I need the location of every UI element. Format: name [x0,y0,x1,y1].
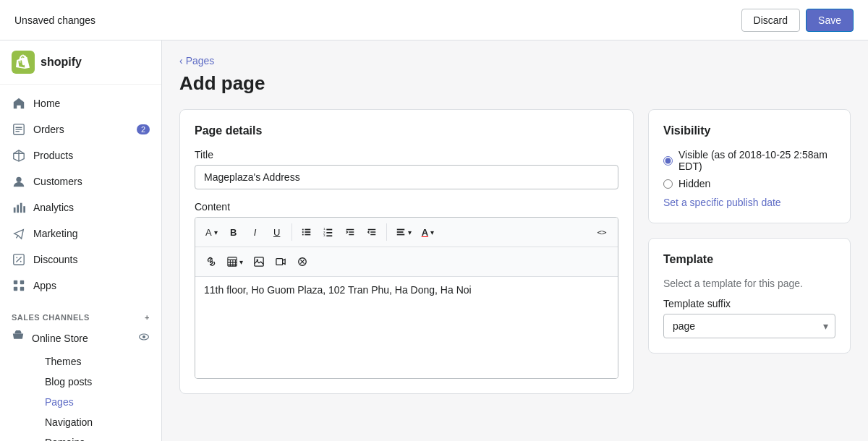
template-suffix-wrapper: page contact faq about ▾ [663,314,835,338]
breadcrumb-label: Pages [186,55,215,67]
online-store-icon [12,330,25,346]
editor-toolbar-row1: A ▾ B I U 1.2.3. [195,218,618,247]
template-suffix-select[interactable]: page contact faq about [663,314,835,338]
underline-button[interactable]: U [267,222,287,242]
sidebar-item-marketing[interactable]: Marketing [0,220,161,247]
sidebar-item-apps-label: Apps [33,280,56,291]
visible-label: Visible (as of 2018-10-25 2:58am EDT) [678,149,835,172]
svg-rect-31 [305,231,310,233]
svg-rect-18 [14,281,17,284]
sub-nav-navigation[interactable]: Navigation [33,412,161,432]
sub-nav: Themes Blog posts Pages Navigation Domai… [0,351,161,441]
editor-container: A ▾ B I U 1.2.3. [195,217,618,379]
indent-button[interactable] [340,222,360,242]
table-button[interactable]: ▾ [223,252,247,272]
hidden-radio[interactable] [663,179,673,189]
remove-format-button[interactable] [292,252,312,272]
page-details-card: Page details Title Content A ▾ B I U [179,109,634,394]
svg-rect-33 [305,234,310,236]
discard-button[interactable]: Discard [741,9,800,32]
hidden-label: Hidden [678,178,710,189]
sidebar-item-home[interactable]: Home [0,90,161,116]
svg-rect-32 [302,234,304,236]
sidebar-item-apps[interactable]: Apps [0,273,161,299]
page-title: Add page [179,72,851,95]
shopify-logo-icon [12,51,35,74]
sub-nav-pages[interactable]: Pages [33,392,161,412]
sidebar-item-products[interactable]: Products [0,142,161,168]
svg-rect-30 [302,231,304,233]
breadcrumb-chevron: ‹ [179,55,183,67]
visible-radio-item[interactable]: Visible (as of 2018-10-25 2:58am EDT) [663,149,835,172]
svg-rect-46 [396,229,404,231]
template-suffix-label: Template suffix [663,298,835,309]
title-input[interactable] [195,165,618,189]
template-card: Template Select a template for this page… [648,238,851,354]
outdent-button[interactable] [362,222,382,242]
right-column: Visibility Visible (as of 2018-10-25 2:5… [648,109,851,394]
editor-toolbar-row2: ▾ [195,247,618,277]
sidebar-item-discounts[interactable]: Discounts [0,247,161,273]
products-icon [12,148,26,163]
marketing-icon [12,226,26,241]
online-store-label: Online Store [32,333,88,344]
template-title: Template [663,253,835,266]
sidebar-item-products-label: Products [33,150,73,161]
sidebar-nav: Home Orders 2 Products [0,85,161,304]
sidebar-item-analytics[interactable]: Analytics [0,194,161,220]
svg-rect-11 [20,203,22,213]
sub-nav-blog-posts[interactable]: Blog posts [33,372,161,392]
sidebar: shopify Home Orders 2 [0,40,162,441]
svg-text:3.: 3. [323,234,326,237]
toolbar-divider-2 [386,223,387,241]
add-sales-channel-icon[interactable]: + [145,313,150,322]
toolbar-divider-1 [292,223,292,241]
topbar-actions: Discard Save [741,9,854,32]
set-date-link[interactable]: Set a specific publish date [663,197,781,208]
unsaved-label: Unsaved changes [14,14,95,26]
font-button[interactable]: A ▾ [201,222,222,242]
card-title: Page details [195,124,618,137]
italic-button[interactable]: I [245,222,265,242]
svg-rect-37 [326,232,332,234]
svg-rect-20 [14,287,17,291]
sub-nav-domains[interactable]: Domains [33,432,161,441]
sidebar-item-home-label: Home [33,98,60,109]
analytics-icon [12,200,26,215]
save-button[interactable]: Save [806,9,854,32]
sidebar-item-customers-label: Customers [33,176,82,187]
svg-rect-28 [302,229,304,231]
visible-radio[interactable] [663,156,673,166]
svg-rect-35 [326,229,332,231]
sidebar-item-discounts-label: Discounts [33,254,77,265]
link-button[interactable] [201,252,221,272]
image-button[interactable] [249,252,269,272]
list-ol-button[interactable]: 1.2.3. [318,222,339,242]
video-button[interactable] [271,252,291,272]
align-button[interactable]: ▾ [391,222,416,242]
svg-rect-47 [396,231,403,233]
content-label: Content [195,201,618,213]
visibility-radio-group: Visible (as of 2018-10-25 2:58am EDT) Hi… [663,149,835,189]
sidebar-item-orders[interactable]: Orders 2 [0,116,161,142]
sidebar-item-customers[interactable]: Customers [0,168,161,194]
topbar-left: Unsaved changes [14,14,95,26]
svg-point-8 [16,177,21,182]
font-color-button[interactable]: A ▾ [417,222,438,242]
home-icon [12,96,26,111]
sidebar-item-online-store[interactable]: Online Store [0,325,161,351]
svg-rect-58 [276,259,283,265]
svg-point-16 [16,257,17,258]
source-button[interactable]: <> [592,222,612,242]
sidebar-item-analytics-label: Analytics [33,202,74,213]
eye-icon[interactable] [138,331,150,345]
breadcrumb[interactable]: ‹ Pages [179,55,851,67]
hidden-radio-item[interactable]: Hidden [663,178,835,189]
sidebar-item-marketing-label: Marketing [33,228,77,239]
svg-rect-29 [305,229,310,231]
editor-body[interactable]: 11th floor, Ho Guom Plaza, 102 Tran Phu,… [195,277,618,378]
list-ul-button[interactable] [297,222,317,242]
bold-button[interactable]: B [224,222,244,242]
svg-rect-12 [23,206,25,213]
sub-nav-themes[interactable]: Themes [33,351,161,372]
